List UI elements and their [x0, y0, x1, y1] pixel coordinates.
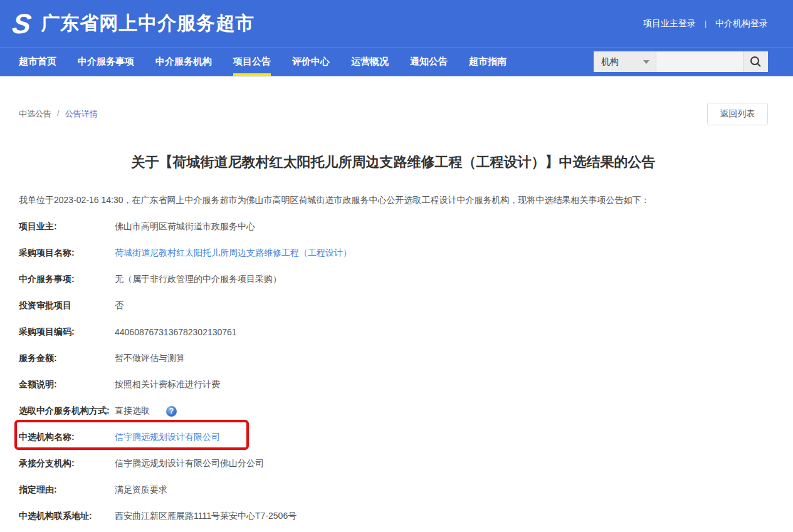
field-label: 承接分支机构:	[19, 458, 115, 469]
field-value: 满足资质要求	[115, 484, 167, 496]
chevron-down-icon	[643, 60, 649, 64]
search-input[interactable]	[656, 51, 743, 72]
field-label: 服务金额:	[19, 353, 115, 364]
help-icon[interactable]: ?	[166, 406, 177, 417]
field-value: 信宇腾远规划设计有限公司佛山分公司	[115, 458, 264, 469]
brand: S 广东省网上中介服务超市	[13, 10, 255, 38]
field-row: 投资审批项目否	[19, 293, 768, 319]
fields: 项目业主:佛山市高明区荷城街道市政服务中心采购项目名称:荷城街道尼教村红太阳托儿…	[19, 214, 768, 529]
nav-item-active[interactable]: 项目公告	[233, 48, 271, 76]
site-logo-icon: S	[11, 10, 36, 38]
search-button[interactable]	[743, 51, 768, 72]
field-row: 项目业主:佛山市高明区荷城街道市政服务中心	[19, 214, 768, 240]
main-nav: 超市首页中介服务事项中介服务机构项目公告评价中心运营概况通知公告超市指南 机构	[0, 47, 793, 77]
search-icon	[750, 56, 762, 68]
nav-items: 超市首页中介服务事项中介服务机构项目公告评价中心运营概况通知公告超市指南	[19, 48, 507, 76]
breadcrumb: 中选公告 / 公告详情	[19, 103, 98, 120]
field-row: 采购项目名称:荷城街道尼教村红太阳托儿所周边支路维修工程（工程设计）	[19, 240, 768, 266]
nav-item[interactable]: 评价中心	[292, 48, 330, 76]
intro-paragraph: 我单位于2023-02-16 14:30，在广东省网上中介服务超市为佛山市高明区…	[19, 194, 768, 207]
field-row: 服务金额:暂不做评估与测算	[19, 345, 768, 372]
field-label: 采购项目编码:	[19, 326, 115, 338]
login-separator: |	[705, 19, 706, 28]
project-owner-login-link[interactable]: 项目业主登录	[643, 18, 696, 29]
field-label: 项目业主:	[19, 221, 115, 232]
search-box: 机构	[594, 51, 768, 72]
field-label: 采购项目名称:	[19, 248, 115, 259]
field-label: 中选机构名称:	[19, 432, 115, 443]
breadcrumb-parent[interactable]: 中选公告	[19, 108, 51, 120]
field-value: 西安曲江新区雁展路1111号莱安中心T7-2506号	[115, 511, 297, 522]
field-label: 中选机构联系地址:	[19, 511, 115, 522]
crumb-row: 中选公告 / 公告详情 返回列表	[19, 103, 768, 125]
field-row: 中选机构名称:信宇腾远规划设计有限公司	[19, 424, 768, 451]
nav-item[interactable]: 中介服务机构	[155, 48, 212, 76]
field-row: 选取中介服务机构方式:直接选取?	[19, 398, 768, 424]
field-label: 金额说明:	[19, 379, 115, 390]
site-header: S 广东省网上中介服务超市 项目业主登录 | 中介机构登录	[0, 0, 793, 47]
field-value: 佛山市高明区荷城街道市政服务中心	[115, 221, 255, 232]
field-row: 承接分支机构:信宇腾远规划设计有限公司佛山分公司	[19, 451, 768, 477]
breadcrumb-current: 公告详情	[65, 108, 98, 120]
nav-item[interactable]: 超市首页	[19, 48, 56, 76]
nav-item[interactable]: 超市指南	[469, 48, 507, 76]
breadcrumb-separator: /	[57, 108, 60, 120]
field-value: 直接选取	[115, 405, 150, 417]
login-links: 项目业主登录 | 中介机构登录	[643, 18, 768, 29]
field-value-link[interactable]: 信宇腾远规划设计有限公司	[115, 432, 220, 443]
field-label: 选取中介服务机构方式:	[19, 405, 115, 417]
announcement-page: 中选公告 / 公告详情 返回列表 关于【荷城街道尼教村红太阳托儿所周边支路维修工…	[0, 103, 793, 529]
field-value: 按照相关计费标准进行计费	[115, 379, 220, 390]
search-category-value: 机构	[601, 56, 619, 68]
field-value: 暂不做评估与测算	[115, 353, 185, 364]
nav-item[interactable]: 运营概况	[351, 48, 389, 76]
field-value: 无（属于非行政管理的中介服务项目采购）	[115, 274, 281, 285]
field-label: 投资审批项目	[19, 300, 115, 311]
nav-item[interactable]: 中介服务事项	[78, 48, 134, 76]
site-title: 广东省网上中介服务超市	[41, 11, 255, 36]
field-label: 中介服务事项:	[19, 274, 115, 285]
field-value: 否	[115, 300, 123, 311]
field-row: 中介服务事项:无（属于非行政管理的中介服务项目采购）	[19, 266, 768, 293]
field-row: 采购项目编码:4406087673136782302130761	[19, 319, 768, 345]
page-title: 关于【荷城街道尼教村红太阳托儿所周边支路维修工程（工程设计）】中选结果的公告	[19, 154, 768, 170]
field-row: 指定理由:满足资质要求	[19, 477, 768, 503]
field-value-link[interactable]: 荷城街道尼教村红太阳托儿所周边支路维修工程（工程设计）	[115, 248, 352, 259]
nav-item[interactable]: 通知公告	[410, 48, 448, 76]
back-to-list-button[interactable]: 返回列表	[707, 103, 768, 125]
intermediary-login-link[interactable]: 中介机构登录	[715, 18, 768, 29]
field-row: 中选机构联系地址:西安曲江新区雁展路1111号莱安中心T7-2506号	[19, 503, 768, 529]
field-label: 指定理由:	[19, 484, 115, 496]
field-row: 金额说明:按照相关计费标准进行计费	[19, 372, 768, 398]
field-value: 4406087673136782302130761	[115, 327, 237, 337]
search-category-dropdown[interactable]: 机构	[594, 51, 656, 72]
